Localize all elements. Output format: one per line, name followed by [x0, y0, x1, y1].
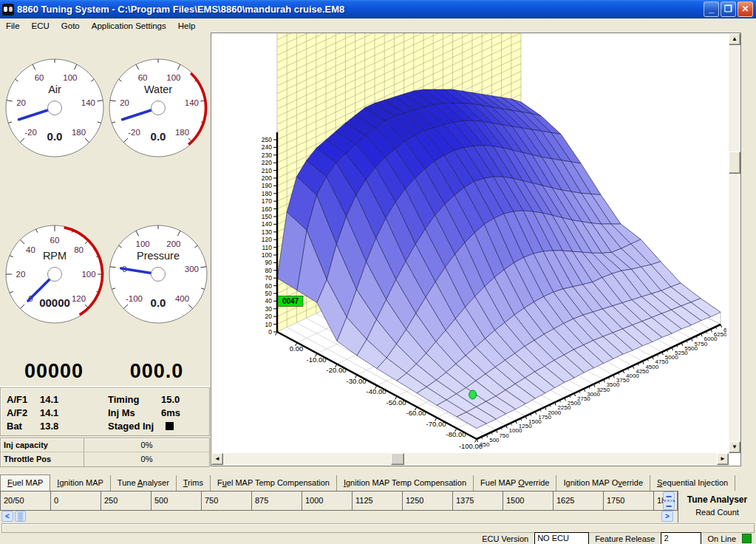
- tab-fuel-map[interactable]: Fuel MAP: [0, 475, 50, 491]
- strip-cell-1500[interactable]: 1500: [503, 492, 554, 510]
- tab-fuel-map-override[interactable]: Fuel MAP Override: [474, 475, 556, 491]
- svg-text:Pressure: Pressure: [137, 250, 180, 262]
- gauge-air: -202060100140180Air0.0: [3, 55, 106, 158]
- tab-bar: Fuel MAPIgnition MAPTune AnalyserTrimsFu…: [0, 473, 756, 491]
- plot-hscroll-thumb[interactable]: [391, 453, 404, 465]
- strip-cell-1625[interactable]: 1625: [554, 492, 604, 510]
- svg-text:190: 190: [262, 182, 272, 189]
- strip-cell-1375[interactable]: 1375: [453, 492, 503, 510]
- menu-bar: FileECUGotoApplication SettingsHelp: [0, 18, 756, 33]
- menu-file[interactable]: File: [0, 20, 26, 32]
- close-button[interactable]: ✕: [738, 1, 753, 17]
- tab-ignition-map-override[interactable]: Ignition MAP Override: [556, 475, 650, 491]
- svg-text:230: 230: [262, 152, 272, 159]
- strip-scroll-thumb[interactable]: ▒: [15, 511, 26, 522]
- status-bar-bottom: ECU Version NO ECU Feature Release 2 On …: [1, 534, 755, 543]
- svg-text:-20: -20: [24, 128, 37, 137]
- tab-sequential-injection[interactable]: Sequential Injection: [650, 475, 735, 491]
- strip-scroll-left-button[interactable]: <: [1, 511, 13, 522]
- strip-cell-header[interactable]: 20/50: [1, 492, 51, 510]
- strip-cell-1250[interactable]: 1250: [403, 492, 453, 510]
- fuel-map-surface: 0102030405060708090100110120130140150160…: [212, 33, 726, 452]
- svg-text:30: 30: [265, 305, 273, 313]
- maximize-button[interactable]: ❐: [721, 1, 736, 17]
- spinner-down-button[interactable]: ▬: [663, 501, 675, 510]
- plot-hscrollbar[interactable]: [211, 453, 729, 466]
- tab-tune-analyser[interactable]: Tune Analyser: [111, 475, 177, 491]
- telemetry-label-timing: Timing: [108, 394, 161, 405]
- svg-text:80: 80: [265, 267, 273, 274]
- svg-text:00000: 00000: [39, 296, 70, 309]
- svg-text:20: 20: [265, 313, 273, 320]
- level-value-throttle-pos: 0%: [84, 452, 209, 466]
- svg-text:120: 120: [262, 236, 272, 243]
- plot-vscroll-thumb[interactable]: [729, 152, 740, 174]
- strip-cell-1750[interactable]: 1750: [604, 492, 654, 510]
- svg-text:10: 10: [265, 321, 273, 328]
- levels-panel: Inj capacity0%Throttle Pos0%: [0, 438, 210, 467]
- ecu-version-label: ECU Version: [482, 534, 528, 543]
- strip-scroll-right-button[interactable]: >: [661, 511, 673, 522]
- telemetry-label-a-f1: A/F1: [7, 394, 40, 405]
- tune-analyser-title: Tune Analyser: [678, 494, 756, 505]
- svg-text:80: 80: [74, 245, 84, 254]
- svg-text:0.0: 0.0: [151, 130, 166, 143]
- svg-text:Water: Water: [144, 84, 172, 95]
- strip-cell-500[interactable]: 500: [151, 492, 202, 510]
- plot-hscroll-right[interactable]: ►: [717, 453, 729, 465]
- svg-text:60: 60: [50, 236, 60, 245]
- plot-hscroll-left[interactable]: ◄: [211, 453, 223, 465]
- menu-application-settings[interactable]: Application Settings: [86, 20, 172, 32]
- svg-text:50: 50: [265, 290, 273, 297]
- telemetry-value-inj-ms: 6ms: [161, 407, 180, 418]
- strip-cell-875[interactable]: 875: [252, 492, 302, 510]
- menu-help[interactable]: Help: [172, 20, 202, 32]
- strip-cell-250[interactable]: 250: [101, 492, 151, 510]
- svg-text:240: 240: [262, 143, 272, 151]
- strip-cell-1125[interactable]: 1125: [353, 492, 403, 510]
- svg-text:-80.00: -80.00: [446, 430, 466, 438]
- telemetry-label-a-f2: A/F2: [7, 407, 40, 418]
- svg-text:-40.00: -40.00: [367, 387, 386, 395]
- menu-ecu[interactable]: ECU: [26, 20, 55, 32]
- svg-text:-60.00: -60.00: [406, 409, 426, 417]
- svg-text:100: 100: [81, 270, 95, 279]
- tab-ignition-map[interactable]: Ignition MAP: [50, 475, 110, 491]
- svg-text:170: 170: [262, 197, 272, 205]
- telemetry-value-a-f2: 14.1: [40, 407, 58, 418]
- svg-text:0: 0: [268, 328, 272, 336]
- svg-text:100: 100: [136, 239, 150, 248]
- svg-text:100: 100: [63, 73, 77, 82]
- feature-release-label: Feature Release: [595, 534, 655, 543]
- tab-ignition-map-temp-compensation[interactable]: Ignition MAP Temp Compensation: [337, 475, 474, 491]
- spinner-up-button[interactable]: ▬: [663, 492, 675, 500]
- svg-text:250: 250: [262, 136, 272, 143]
- svg-text:180: 180: [175, 128, 189, 137]
- svg-text:60: 60: [265, 282, 273, 290]
- plot-vscrollbar[interactable]: [729, 33, 740, 453]
- speed-readout: 000.0: [109, 360, 205, 383]
- svg-text:-30.00: -30.00: [347, 377, 367, 385]
- svg-text:20: 20: [120, 98, 129, 107]
- svg-text:-20.00: -20.00: [327, 366, 347, 374]
- strip-cell-750[interactable]: 750: [202, 492, 252, 510]
- plot-vscroll-down[interactable]: ▼: [729, 441, 740, 453]
- plot-vscroll-up[interactable]: ▲: [729, 33, 740, 45]
- svg-text:90: 90: [265, 259, 273, 266]
- strip-cell-0[interactable]: 0: [51, 492, 101, 510]
- strip-cell-1000[interactable]: 1000: [302, 492, 353, 510]
- level-label-inj-capacity: Inj capacity: [1, 438, 84, 452]
- tab-trims[interactable]: Trims: [177, 475, 211, 491]
- tab-fuel-map-temp-compensation[interactable]: Fuel MAP Temp Compensation: [211, 475, 337, 491]
- svg-text:-100: -100: [126, 294, 143, 303]
- svg-text:140: 140: [262, 220, 272, 228]
- svg-text:300: 300: [185, 265, 199, 273]
- svg-text:0.00: 0.00: [290, 344, 304, 353]
- svg-text:180: 180: [262, 190, 272, 197]
- svg-text:250: 250: [480, 441, 490, 448]
- title-bar[interactable]: 8860 Tuning System - C:\Program Files\EM…: [0, 0, 756, 18]
- menu-goto[interactable]: Goto: [55, 20, 86, 32]
- gauge-rpm: 020406080100120RPM00000: [3, 221, 106, 324]
- minimize-button[interactable]: _: [704, 1, 719, 17]
- map-column-strip: 20/5002505007508751000112512501375150016…: [0, 491, 678, 511]
